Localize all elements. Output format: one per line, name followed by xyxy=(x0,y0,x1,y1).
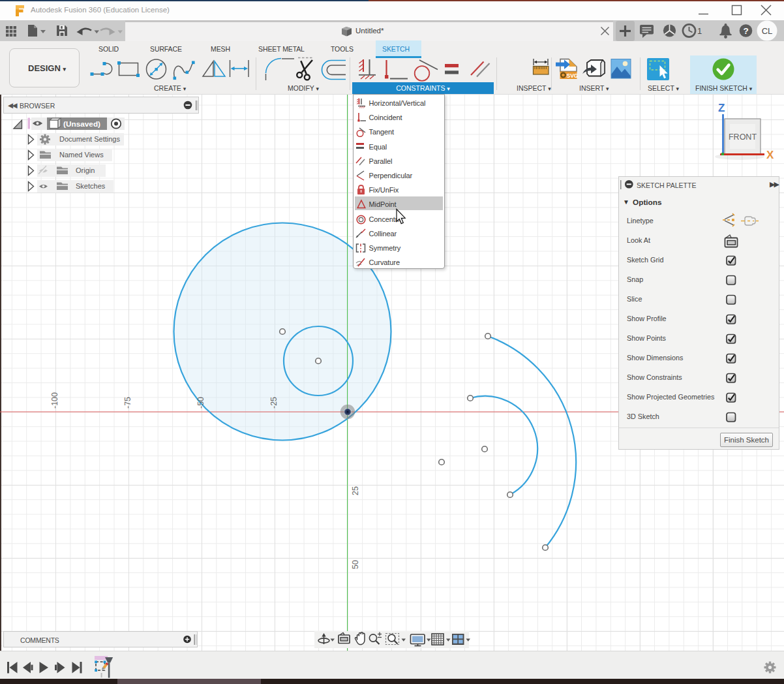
svg-text:-50: -50 xyxy=(196,397,205,409)
svg-text:50: 50 xyxy=(351,560,360,569)
svg-text:-75: -75 xyxy=(123,397,132,409)
svg-text:FRONT: FRONT xyxy=(729,132,757,142)
svg-text:-25: -25 xyxy=(269,397,279,409)
svg-text:X: X xyxy=(766,149,774,161)
svg-text:25: 25 xyxy=(351,486,360,495)
svg-text:1: 1 xyxy=(697,26,702,36)
svg-text:CL: CL xyxy=(762,26,773,36)
svg-text:Z: Z xyxy=(718,102,725,114)
svg-text:-100: -100 xyxy=(50,392,59,409)
svg-text:?: ? xyxy=(743,26,748,36)
svg-text:SVG: SVG xyxy=(567,72,579,79)
